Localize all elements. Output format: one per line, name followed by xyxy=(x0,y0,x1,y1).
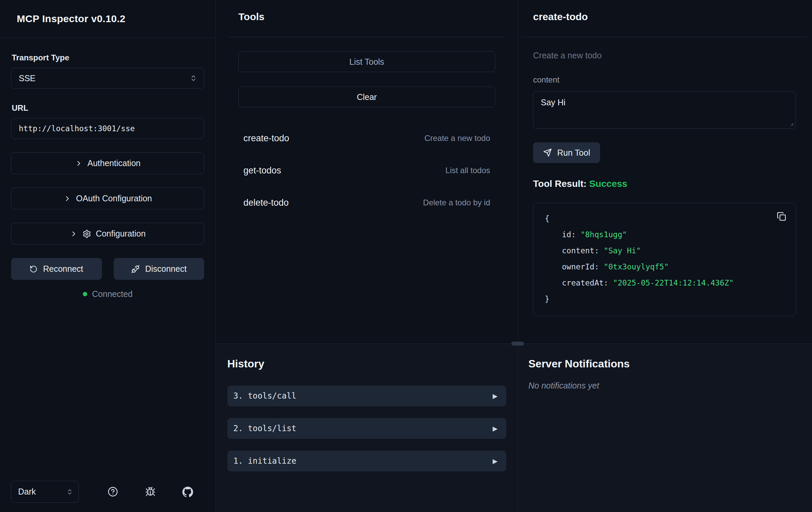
history-list: 3. tools/call ▶ 2. tools/list ▶ 1. initi… xyxy=(227,385,506,471)
bug-icon xyxy=(145,486,155,497)
theme-select[interactable]: Dark xyxy=(11,481,79,503)
json-key: createdAt: xyxy=(562,278,608,287)
history-item-tools-list[interactable]: 2. tools/list ▶ xyxy=(227,418,506,439)
oauth-configuration-label: OAuth Configuration xyxy=(76,194,152,203)
footer-icons xyxy=(105,484,196,500)
mcp-inspector-app: MCP Inspector v0.10.2 Transport Type SSE… xyxy=(0,0,812,512)
run-tool-label: Run Tool xyxy=(557,148,590,158)
no-notifications-message: No notifications yet xyxy=(528,381,812,390)
copy-icon xyxy=(777,212,786,221)
tool-description: List all todos xyxy=(445,166,490,175)
history-item-initialize[interactable]: 1. initialize ▶ xyxy=(227,451,506,471)
help-button[interactable] xyxy=(105,484,121,500)
json-value: "2025-05-22T14:12:14.436Z" xyxy=(613,278,733,287)
json-open-brace: { xyxy=(545,210,785,226)
expand-arrow-icon[interactable]: ▶ xyxy=(493,425,497,432)
tool-detail-heading: create-todo xyxy=(533,11,812,23)
sidebar-footer: Dark xyxy=(0,481,215,512)
gear-icon xyxy=(83,230,91,238)
json-close-brace: } xyxy=(545,291,785,307)
theme-select-value: Dark xyxy=(18,487,36,496)
content-field-wrap: Say Hi xyxy=(533,91,796,129)
tool-row-create-todo[interactable]: create-todo Create a new todo xyxy=(238,122,495,154)
tool-name: get-todos xyxy=(243,165,281,176)
reconnect-button[interactable]: Reconnect xyxy=(11,258,102,280)
chevrons-up-down-icon xyxy=(190,75,197,82)
tool-result-line: Tool Result: Success xyxy=(533,179,796,189)
status-label: Connected xyxy=(92,289,133,299)
configuration-label: Configuration xyxy=(96,229,146,239)
vertical-panel-divider[interactable] xyxy=(518,0,518,512)
url-input[interactable] xyxy=(11,118,204,139)
run-tool-button[interactable]: Run Tool xyxy=(533,142,600,163)
history-heading: History xyxy=(227,357,518,370)
expand-arrow-icon[interactable]: ▶ xyxy=(493,457,497,465)
json-value: "0tx3ouylyqf5" xyxy=(604,262,669,271)
authentication-toggle[interactable]: Authentication xyxy=(11,152,204,174)
oauth-configuration-toggle[interactable]: OAuth Configuration xyxy=(11,188,204,209)
content-field[interactable]: Say Hi xyxy=(533,91,796,129)
json-key: id: xyxy=(562,230,576,239)
tool-row-delete-todo[interactable]: delete-todo Delete a todo by id xyxy=(238,187,495,219)
transport-select[interactable]: SSE xyxy=(11,68,204,88)
help-circle-icon xyxy=(108,486,118,497)
server-notifications-panel: Server Notifications No notifications ye… xyxy=(518,344,812,512)
tool-row-get-todos[interactable]: get-todos List all todos xyxy=(238,154,495,187)
copy-button[interactable] xyxy=(774,209,789,224)
history-item-label: 1. initialize xyxy=(233,456,296,466)
sidebar-header: MCP Inspector v0.10.2 xyxy=(0,0,215,37)
app-title: MCP Inspector v0.10.2 xyxy=(17,13,125,25)
json-line-id: id: "8hqs1ugg" xyxy=(545,226,785,243)
tool-detail-subtitle: Create a new todo xyxy=(533,51,796,60)
json-line-ownerid: ownerId: "0tx3ouylyqf5" xyxy=(545,259,785,275)
transport-type-label: Transport Type xyxy=(12,53,204,62)
list-tools-button[interactable]: List Tools xyxy=(238,51,495,72)
history-item-label: 2. tools/list xyxy=(233,424,296,433)
tool-description: Delete a todo by id xyxy=(423,198,490,207)
tool-result-json: { id: "8hqs1ugg" content: "Say Hi" owner… xyxy=(533,203,796,316)
server-notifications-heading: Server Notifications xyxy=(528,357,812,370)
chevron-right-icon xyxy=(63,195,71,203)
reconnect-label: Reconnect xyxy=(43,264,83,274)
tool-list: create-todo Create a new todo get-todos … xyxy=(238,122,495,219)
history-panel: History 3. tools/call ▶ 2. tools/list ▶ … xyxy=(216,344,518,512)
panel-resize-handle[interactable] xyxy=(511,342,524,346)
transport-select-value: SSE xyxy=(19,74,35,83)
json-key: ownerId: xyxy=(562,262,599,271)
tools-panel: Tools List Tools Clear create-todo Creat… xyxy=(216,0,518,344)
chevron-right-icon xyxy=(70,230,78,238)
expand-arrow-icon[interactable]: ▶ xyxy=(493,392,497,400)
status-dot xyxy=(83,292,87,296)
json-value: "Say Hi" xyxy=(604,246,641,255)
tool-result-label: Tool Result: xyxy=(533,179,587,189)
github-button[interactable] xyxy=(180,484,196,500)
sidebar-body: Transport Type SSE URL Authentication xyxy=(0,37,215,481)
tools-heading: Tools xyxy=(238,11,518,23)
tool-detail-body: Create a new todo content Say Hi Run Too… xyxy=(518,51,812,316)
tool-detail-divider xyxy=(523,37,807,37)
json-key: content: xyxy=(562,246,599,255)
refresh-icon xyxy=(29,265,37,273)
content-field-label: content xyxy=(533,75,796,85)
configuration-toggle[interactable]: Configuration xyxy=(11,223,204,245)
disconnect-button[interactable]: Disconnect xyxy=(114,258,204,280)
json-value: "8hqs1ugg" xyxy=(580,230,627,239)
history-item-tools-call[interactable]: 3. tools/call ▶ xyxy=(227,385,506,406)
chevron-right-icon xyxy=(75,159,83,167)
authentication-label: Authentication xyxy=(87,158,141,168)
json-line-createdat: createdAt: "2025-05-22T14:12:14.436Z" xyxy=(545,275,785,291)
unplug-icon xyxy=(131,265,140,273)
clear-tools-button[interactable]: Clear xyxy=(238,86,495,107)
tool-result-status: Success xyxy=(589,179,627,189)
connection-status: Connected xyxy=(11,289,204,299)
json-line-content: content: "Say Hi" xyxy=(545,243,785,259)
disconnect-label: Disconnect xyxy=(145,264,187,274)
debug-button[interactable] xyxy=(142,484,158,500)
send-icon xyxy=(543,148,552,157)
tool-name: create-todo xyxy=(243,133,289,143)
history-item-label: 3. tools/call xyxy=(233,391,296,401)
github-icon xyxy=(182,486,193,497)
tool-name: delete-todo xyxy=(243,198,289,208)
tool-detail-panel: create-todo Create a new todo content Sa… xyxy=(518,0,812,344)
tools-body: List Tools Clear create-todo Create a ne… xyxy=(216,37,518,219)
